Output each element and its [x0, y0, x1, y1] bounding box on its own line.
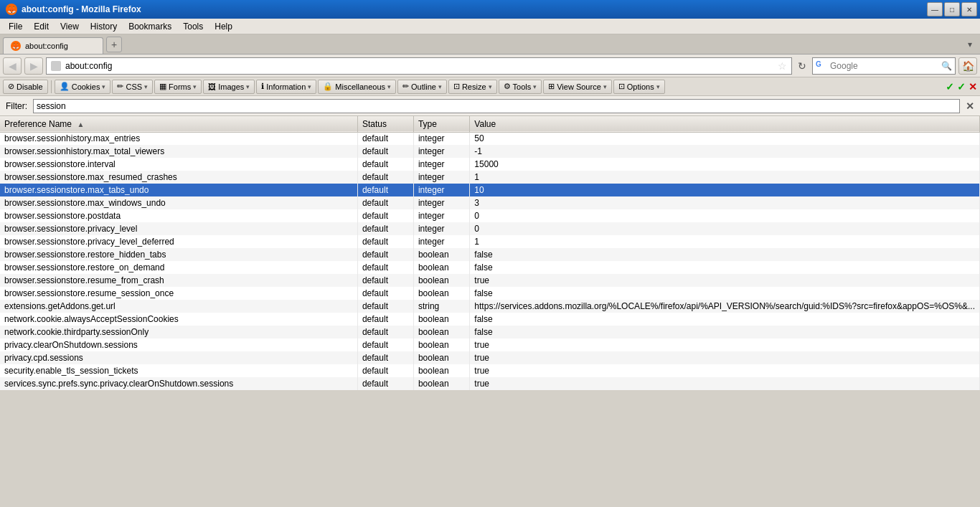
table-row[interactable]: extensions.getAddons.get.urldefaultstrin… — [0, 300, 980, 313]
cell-status: default — [357, 158, 413, 171]
home-button[interactable]: 🏠 — [958, 57, 977, 75]
table-row[interactable]: browser.sessionstore.max_tabs_undodefaul… — [0, 184, 980, 196]
table-row[interactable]: browser.sessionhistory.max_entriesdefaul… — [0, 132, 980, 145]
menu-help[interactable]: Help — [209, 20, 238, 33]
cell-value: https://services.addons.mozilla.org/%LOC… — [470, 300, 980, 313]
reload-button[interactable]: ↻ — [795, 57, 809, 75]
table-row[interactable]: browser.sessionstore.restore_on_demandde… — [0, 261, 980, 274]
maximize-button[interactable]: □ — [944, 2, 960, 16]
cell-value: 0 — [470, 222, 980, 235]
col-header-status[interactable]: Status — [357, 116, 413, 132]
cell-value: false — [470, 261, 980, 274]
table-row[interactable]: services.sync.prefs.sync.privacy.clearOn… — [0, 377, 980, 390]
menu-edit[interactable]: Edit — [28, 20, 55, 33]
back-button[interactable]: ◀ — [3, 57, 22, 75]
filter-clear-button[interactable]: ✕ — [966, 100, 974, 112]
cell-value: 1 — [470, 171, 980, 184]
table-row[interactable]: browser.sessionstore.resume_from_crashde… — [0, 274, 980, 287]
images-button[interactable]: 🖼 Images ▾ — [203, 80, 255, 94]
cell-value: true — [470, 338, 980, 351]
cell-status: default — [357, 313, 413, 326]
cell-status: default — [357, 235, 413, 248]
search-button[interactable]: 🔍 — [941, 61, 952, 71]
forward-button[interactable]: ▶ — [24, 57, 43, 75]
table-container[interactable]: Preference Name ▲ Status Type Value brow… — [0, 116, 980, 507]
disable-button[interactable]: ⊘ Disable — [3, 80, 48, 94]
cell-name: network.cookie.thirdparty.sessionOnly — [0, 326, 357, 338]
css-icon: ✏ — [117, 82, 123, 91]
table-row[interactable]: browser.sessionstore.resume_session_once… — [0, 287, 980, 300]
filter-label: Filter: — [6, 101, 27, 111]
table-row[interactable]: security.enable_tls_session_ticketsdefau… — [0, 364, 980, 377]
miscellaneous-button[interactable]: 🔒 Miscellaneous ▾ — [318, 80, 396, 94]
options-button[interactable]: ⊡ Options ▾ — [613, 80, 665, 94]
table-row[interactable]: network.cookie.thirdparty.sessionOnlydef… — [0, 326, 980, 338]
table-row[interactable]: browser.sessionstore.postdatadefaultinte… — [0, 209, 980, 222]
address-bar[interactable]: about:config ☆ — [46, 57, 792, 75]
menu-bookmarks[interactable]: Bookmarks — [123, 20, 177, 33]
page-icon — [51, 61, 61, 71]
cookies-button[interactable]: 👤 Cookies ▾ — [55, 80, 111, 94]
cell-name: browser.sessionhistory.max_total_viewers — [0, 145, 357, 158]
cell-status: default — [357, 274, 413, 287]
menu-tools[interactable]: Tools — [177, 20, 209, 33]
resize-button[interactable]: ⊡ Resize ▾ — [448, 80, 497, 94]
navbar: ◀ ▶ about:config ☆ ↻ G 🔍 🏠 — [0, 55, 980, 77]
cell-status: default — [357, 209, 413, 222]
toolbar-separator-1 — [51, 80, 52, 93]
filterbar: Filter: ✕ — [0, 96, 980, 116]
view-source-button[interactable]: ⊞ View Source ▾ — [543, 80, 612, 94]
menu-file[interactable]: File — [3, 20, 28, 33]
cell-type: integer — [413, 132, 469, 145]
config-table: Preference Name ▲ Status Type Value brow… — [0, 116, 980, 390]
table-row[interactable]: browser.sessionstore.privacy_leveldefaul… — [0, 222, 980, 235]
col-header-value[interactable]: Value — [470, 116, 980, 132]
css-button[interactable]: ✏ CSS ▾ — [112, 80, 153, 94]
filter-input[interactable] — [33, 99, 960, 113]
cell-name: extensions.getAddons.get.url — [0, 300, 357, 313]
tab-scroll-right[interactable]: ▾ — [963, 37, 977, 52]
col-header-type[interactable]: Type — [413, 116, 469, 132]
cell-name: browser.sessionstore.resume_from_crash — [0, 274, 357, 287]
menubar: File Edit View History Bookmarks Tools H… — [0, 19, 980, 34]
cell-name: browser.sessionstore.max_tabs_undo — [0, 184, 357, 196]
view-source-arrow: ▾ — [603, 83, 607, 90]
table-row[interactable]: browser.sessionstore.restore_hidden_tabs… — [0, 248, 980, 261]
outline-button[interactable]: ✏ Outline ▾ — [397, 80, 447, 94]
titlebar-left: 🦊 about:config - Mozilla Firefox — [6, 4, 141, 15]
cell-name: browser.sessionstore.restore_on_demand — [0, 261, 357, 274]
tab-title: about:config — [25, 42, 68, 50]
cell-status: default — [357, 222, 413, 235]
cell-name: browser.sessionstore.max_resumed_crashes — [0, 171, 357, 184]
current-tab[interactable]: 🦊 about:config — [3, 37, 103, 54]
cell-type: integer — [413, 171, 469, 184]
tools-button[interactable]: ⚙ Tools ▾ — [499, 80, 542, 94]
check-icon-2: ✓ — [957, 81, 966, 93]
cell-value: false — [470, 248, 980, 261]
forms-arrow: ▾ — [193, 83, 197, 90]
new-tab-button[interactable]: + — [106, 37, 122, 52]
table-row[interactable]: privacy.clearOnShutdown.sessionsdefaultb… — [0, 338, 980, 351]
table-row[interactable]: privacy.cpd.sessionsdefaultbooleantrue — [0, 351, 980, 364]
titlebar-buttons: — □ ✕ — [927, 2, 977, 16]
table-row[interactable]: browser.sessionstore.max_windows_undodef… — [0, 196, 980, 209]
cell-type: integer — [413, 184, 469, 196]
col-header-name[interactable]: Preference Name ▲ — [0, 116, 357, 132]
table-row[interactable]: browser.sessionhistory.max_total_viewers… — [0, 145, 980, 158]
table-row[interactable]: browser.sessionstore.intervaldefaultinte… — [0, 158, 980, 171]
cell-name: browser.sessionstore.restore_hidden_tabs — [0, 248, 357, 261]
search-input[interactable] — [830, 61, 938, 71]
table-row[interactable]: browser.sessionstore.max_resumed_crashes… — [0, 171, 980, 184]
cell-value: false — [470, 326, 980, 338]
table-row[interactable]: network.cookie.alwaysAcceptSessionCookie… — [0, 313, 980, 326]
forms-button[interactable]: ▦ Forms ▾ — [154, 80, 202, 94]
table-body: browser.sessionhistory.max_entriesdefaul… — [0, 132, 980, 390]
table-row[interactable]: browser.sessionstore.privacy_level_defer… — [0, 235, 980, 248]
menu-view[interactable]: View — [55, 20, 85, 33]
information-button[interactable]: ℹ Information ▾ — [256, 80, 316, 94]
minimize-button[interactable]: — — [927, 2, 943, 16]
outline-arrow: ▾ — [438, 83, 442, 90]
close-button[interactable]: ✕ — [961, 2, 977, 16]
menu-history[interactable]: History — [85, 20, 123, 33]
bookmark-star-icon[interactable]: ☆ — [778, 60, 787, 72]
